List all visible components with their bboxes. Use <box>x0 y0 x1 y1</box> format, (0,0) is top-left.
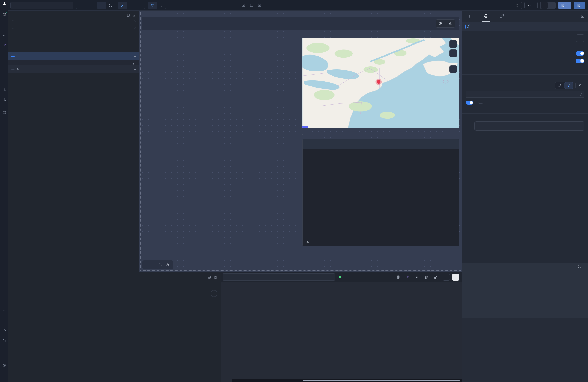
mobile-view-icon[interactable] <box>157 2 166 9</box>
user-icon[interactable] <box>2 307 7 313</box>
add-transformer-button[interactable] <box>576 34 584 42</box>
run-button[interactable] <box>452 274 459 281</box>
delete-trash-icon[interactable] <box>424 275 428 279</box>
scrollbar-thumb[interactable] <box>303 380 460 381</box>
fullscreen-toggle[interactable] <box>106 2 115 9</box>
toggle-left-panel-icon[interactable] <box>242 4 245 7</box>
grid-compact-toggle[interactable] <box>97 2 106 9</box>
on-success-select[interactable] <box>474 121 584 131</box>
add-background-runnable-button[interactable] <box>211 290 217 297</box>
collapse-panel-icon[interactable] <box>126 14 130 17</box>
reeval-toggle[interactable] <box>466 101 473 105</box>
map-zoom-in-button[interactable] <box>449 40 457 48</box>
table-header-row <box>303 139 459 149</box>
expand-expr-icon[interactable] <box>579 93 584 96</box>
code-area[interactable] <box>221 282 462 382</box>
map-zoom-out-button[interactable] <box>449 49 457 57</box>
settings-gear-icon[interactable] <box>415 275 419 279</box>
insert-component-tab[interactable] <box>466 11 473 22</box>
map-and-tabs-column <box>302 38 459 246</box>
add-plus-icon[interactable] <box>2 120 7 125</box>
home-icon[interactable] <box>2 56 7 62</box>
fit-view-icon[interactable] <box>158 263 162 267</box>
component-settings-tab[interactable] <box>482 11 490 22</box>
theme-dark-moon-icon[interactable] <box>136 2 145 9</box>
doc-icon[interactable] <box>214 275 217 279</box>
json-search-icon[interactable] <box>133 62 137 66</box>
runnable-name-input[interactable] <box>223 273 335 281</box>
map-component[interactable] <box>302 38 459 128</box>
save-draft-button[interactable] <box>558 2 571 9</box>
recompute-history-button[interactable] <box>446 20 455 27</box>
reeval-dep-chip[interactable] <box>478 102 483 104</box>
recompute-toggle[interactable] <box>576 59 584 63</box>
docs-book-button[interactable] <box>513 2 522 9</box>
error-handler-icon[interactable] <box>2 97 7 103</box>
schedules-calendar-icon[interactable] <box>2 110 7 115</box>
desktop-view-icon[interactable] <box>148 2 157 9</box>
redo-button[interactable] <box>85 2 94 9</box>
map-location-marker <box>377 80 381 84</box>
markdown-component[interactable] <box>142 35 299 45</box>
editor-toolbar <box>221 272 462 282</box>
favorites-star-icon[interactable] <box>2 22 7 28</box>
map-recenter-button[interactable] <box>449 65 457 73</box>
apps-nav-icon[interactable] <box>2 12 7 17</box>
download-icon[interactable] <box>306 239 310 243</box>
chevron-up-icon[interactable] <box>134 56 137 57</box>
canvas-topbar-container[interactable] <box>142 17 459 30</box>
folders-icon[interactable] <box>2 338 7 343</box>
styling-brush-tab[interactable] <box>499 11 506 22</box>
theme-auto-wand-icon[interactable] <box>118 2 127 9</box>
theme-light-sun-icon[interactable] <box>127 2 136 9</box>
bg0-row[interactable] <box>8 52 139 60</box>
outputs-search[interactable] <box>12 20 136 29</box>
preview-mode-tab[interactable] <box>548 2 555 9</box>
expr-function-icon[interactable]: f <box>564 82 573 89</box>
expand-logs-icon[interactable] <box>578 265 581 268</box>
format-button[interactable] <box>443 274 450 281</box>
resources-icon[interactable] <box>2 87 7 92</box>
debug-runs-button[interactable] <box>524 2 538 9</box>
app-title-input[interactable] <box>10 2 73 9</box>
editor-mode-tab[interactable] <box>541 2 548 9</box>
map-basemap <box>302 38 459 128</box>
connect-plug-icon[interactable] <box>575 82 584 89</box>
runs-play-icon[interactable] <box>2 66 7 72</box>
doc-panel-icon[interactable] <box>132 14 136 17</box>
collapse-bottom-icon[interactable] <box>208 275 211 279</box>
tabs-component <box>302 132 459 136</box>
component-settings-panel: f <box>462 11 588 382</box>
help-icon[interactable] <box>2 363 7 368</box>
static-pencil-icon[interactable] <box>555 82 564 89</box>
settings-gear-icon[interactable] <box>2 317 7 323</box>
settings-body: f <box>462 31 588 263</box>
logout-arrow-icon[interactable] <box>2 373 7 378</box>
windmill-logo-icon[interactable] <box>2 2 7 6</box>
collapse-right-panel-icon[interactable] <box>581 15 584 18</box>
horizontal-scrollbar[interactable] <box>232 379 462 382</box>
expand-editor-icon[interactable] <box>434 275 438 279</box>
outputs-search-input[interactable] <box>15 23 133 27</box>
toggle-bottom-panel-icon[interactable] <box>250 4 253 7</box>
variables-dollar-icon[interactable] <box>2 77 7 82</box>
input-expression-editor[interactable] <box>466 91 584 98</box>
toggle-right-panel-icon[interactable] <box>258 4 262 7</box>
ai-assistant-wand-icon[interactable] <box>405 275 410 279</box>
cache-db-icon[interactable] <box>396 275 400 279</box>
workers-icon[interactable] <box>2 328 7 333</box>
audit-logs-table <box>302 139 459 246</box>
pan-hand-icon[interactable] <box>166 263 169 267</box>
undo-button[interactable] <box>76 2 85 9</box>
hand-pointer-icon[interactable] <box>16 68 19 71</box>
ai-wand-icon[interactable] <box>2 42 7 48</box>
search-icon[interactable] <box>2 32 7 38</box>
app-canvas[interactable] <box>139 11 462 272</box>
refresh-all-button[interactable] <box>436 20 446 27</box>
audit-list-icon[interactable] <box>2 348 7 354</box>
bg1-row[interactable] <box>8 65 139 73</box>
chevron-down-icon[interactable] <box>134 68 137 70</box>
set-region-button[interactable] <box>302 126 308 128</box>
run-on-start-toggle[interactable] <box>576 51 584 56</box>
deploy-button[interactable] <box>574 2 585 9</box>
